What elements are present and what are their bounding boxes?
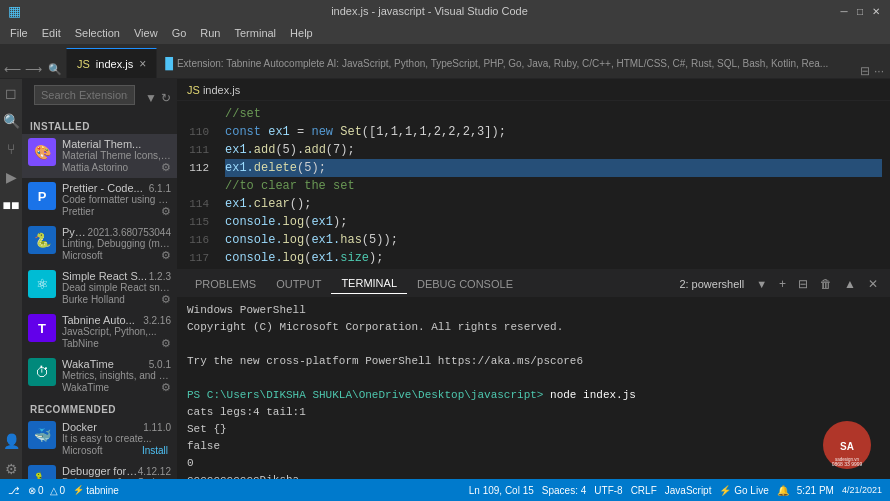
- line-numbers: 110 111 112 114 115 116 117 119 120 121: [177, 101, 217, 269]
- code-content[interactable]: //set const ex1 = new Set([1,1,1,1,2,2,2…: [217, 101, 890, 269]
- ext-item-python[interactable]: 🐍 Python 2021.3.680753044 Linting, Debug…: [22, 222, 177, 266]
- menu-terminal[interactable]: Terminal: [229, 25, 283, 41]
- ext-version-python: 2021.3.680753044: [88, 227, 171, 238]
- ext-meta-docker: Microsoft Install: [62, 444, 171, 457]
- ext-name-row-debugger: Debugger for C... 4.12.12: [62, 465, 171, 477]
- ext-version-docker: 1.11.0: [143, 422, 171, 433]
- menu-file[interactable]: File: [4, 25, 34, 41]
- code-line: ex1.add(5).add(7);: [225, 141, 882, 159]
- status-bell[interactable]: 🔔: [777, 485, 789, 496]
- ext-name-row-wakatime: WakaTime 5.0.1: [62, 358, 171, 370]
- minimize-button[interactable]: ─: [838, 5, 850, 17]
- terminal-add-button[interactable]: +: [775, 275, 790, 293]
- tab-terminal[interactable]: TERMINAL: [331, 273, 407, 294]
- terminal-line: Copyright (C) Microsoft Corporation. All…: [187, 319, 880, 336]
- ext-desc-docker: It is easy to create...: [62, 433, 171, 444]
- ext-icon-material-theme: 🎨: [28, 138, 56, 166]
- activity-source-control[interactable]: ⑂: [1, 139, 21, 159]
- ext-author-simple-react: Burke Holland: [62, 294, 125, 305]
- ext-info-tabnine: Tabnine Auto... 3.2.16 JavaScript, Pytho…: [62, 314, 171, 350]
- menu-help[interactable]: Help: [284, 25, 319, 41]
- more-actions-button[interactable]: ···: [874, 64, 884, 78]
- installed-section-title: INSTALLED: [22, 115, 177, 134]
- ext-info-python: Python 2021.3.680753044 Linting, Debuggi…: [62, 226, 171, 262]
- code-editor[interactable]: 110 111 112 114 115 116 117 119 120 121 …: [177, 101, 890, 269]
- activity-run[interactable]: ▶: [1, 167, 21, 187]
- forward-button[interactable]: ⟶: [25, 62, 42, 76]
- ext-item-material-theme[interactable]: 🎨 Material Them... Material Theme Icons,…: [22, 134, 177, 178]
- ext-author-tabnine: TabNine: [62, 338, 99, 349]
- tab-index-js[interactable]: JS index.js ×: [66, 48, 157, 78]
- tab-output[interactable]: OUTPUT: [266, 274, 331, 294]
- search-button[interactable]: 🔍: [48, 63, 62, 76]
- refresh-icon[interactable]: ↻: [161, 91, 171, 105]
- ext-name-row-simple-react: Simple React S... 1.2.3: [62, 270, 171, 282]
- ext-install-docker[interactable]: Install: [139, 444, 171, 457]
- search-extensions-input[interactable]: [34, 85, 135, 105]
- terminal-container: PROBLEMS OUTPUT TERMINAL DEBUG CONSOLE 2…: [177, 269, 890, 479]
- terminal-line: Windows PowerShell: [187, 302, 880, 319]
- activity-settings[interactable]: ⚙: [1, 459, 21, 479]
- terminal-dropdown[interactable]: ▼: [752, 276, 771, 292]
- ext-gear-python[interactable]: ⚙: [161, 249, 171, 262]
- tab-ext-icon: █: [165, 57, 173, 69]
- menu-edit[interactable]: Edit: [36, 25, 67, 41]
- ext-meta-simple-react: Burke Holland ⚙: [62, 293, 171, 306]
- terminal-close-button[interactable]: ✕: [864, 275, 882, 293]
- status-golive[interactable]: ⚡ Go Live: [719, 485, 768, 496]
- terminal-line: PS C:\Users\DIKSHA SHUKLA\OneDrive\Deskt…: [187, 387, 880, 404]
- terminal-header: PROBLEMS OUTPUT TERMINAL DEBUG CONSOLE 2…: [177, 270, 890, 298]
- ext-gear-tabnine[interactable]: ⚙: [161, 337, 171, 350]
- maximize-button[interactable]: □: [854, 5, 866, 17]
- ext-item-prettier[interactable]: P Prettier - Code... 6.1.1 Code formatte…: [22, 178, 177, 222]
- ext-gear-prettier[interactable]: ⚙: [161, 205, 171, 218]
- status-encoding[interactable]: UTF-8: [594, 485, 622, 496]
- back-button[interactable]: ⟵: [4, 62, 21, 76]
- status-position[interactable]: Ln 109, Col 15: [469, 485, 534, 496]
- tab-close-button[interactable]: ×: [139, 57, 146, 71]
- ext-item-wakatime[interactable]: ⏱ WakaTime 5.0.1 Metrics, insights, and …: [22, 354, 177, 398]
- window-controls[interactable]: ─ □ ✕: [838, 5, 882, 17]
- ext-item-docker[interactable]: 🐳 Docker 1.11.0 It is easy to create... …: [22, 417, 177, 461]
- ext-info-debugger: Debugger for C... 4.12.12 Debug your Jav…: [62, 465, 171, 479]
- code-line: ex1.clear();: [225, 195, 882, 213]
- activity-accounts[interactable]: 👤: [1, 431, 21, 451]
- terminal-trash-button[interactable]: 🗑: [816, 275, 836, 293]
- status-tabnine[interactable]: ⚡ tabnine: [73, 485, 119, 496]
- ext-icon-simple-react: ⚛: [28, 270, 56, 298]
- activity-explorer[interactable]: ◻: [1, 83, 21, 103]
- status-language[interactable]: JavaScript: [665, 485, 712, 496]
- close-button[interactable]: ✕: [870, 5, 882, 17]
- terminal-split-button[interactable]: ⊟: [794, 275, 812, 293]
- status-errors[interactable]: ⊗ 0 △ 0: [28, 485, 65, 496]
- terminal-maximize-button[interactable]: ▲: [840, 275, 860, 293]
- menu-run[interactable]: Run: [194, 25, 226, 41]
- ext-gear-material-theme[interactable]: ⚙: [161, 161, 171, 174]
- activity-search[interactable]: 🔍: [1, 111, 21, 131]
- breadcrumb-file: JS index.js: [187, 84, 240, 96]
- activity-extensions[interactable]: ■■: [1, 195, 21, 215]
- ext-name-prettier: Prettier - Code...: [62, 182, 143, 194]
- ext-gear-wakatime[interactable]: ⚙: [161, 381, 171, 394]
- ext-icon-prettier: P: [28, 182, 56, 210]
- terminal-actions: 2: powershell ▼ + ⊟ 🗑 ▲ ✕: [675, 275, 882, 293]
- ext-item-tabnine[interactable]: T Tabnine Auto... 3.2.16 JavaScript, Pyt…: [22, 310, 177, 354]
- split-editor-button[interactable]: ⊟: [860, 64, 870, 78]
- tab-debug-console[interactable]: DEBUG CONSOLE: [407, 274, 523, 294]
- ext-name-row-prettier: Prettier - Code... 6.1.1: [62, 182, 171, 194]
- ext-gear-simple-react[interactable]: ⚙: [161, 293, 171, 306]
- filter-icon[interactable]: ▼: [145, 91, 157, 105]
- menu-selection[interactable]: Selection: [69, 25, 126, 41]
- tab-problems[interactable]: PROBLEMS: [185, 274, 266, 294]
- ext-icon-python: 🐍: [28, 226, 56, 254]
- status-spaces[interactable]: Spaces: 4: [542, 485, 586, 496]
- menu-go[interactable]: Go: [166, 25, 193, 41]
- ext-item-debugger[interactable]: 🐛 Debugger for C... 4.12.12 Debug your J…: [22, 461, 177, 479]
- tab-extension[interactable]: █ Extension: Tabnine Autocomplete AI: Ja…: [157, 48, 854, 78]
- ext-info-docker: Docker 1.11.0 It is easy to create... Mi…: [62, 421, 171, 457]
- ext-item-simple-react[interactable]: ⚛ Simple React S... 1.2.3 Dead simple Re…: [22, 266, 177, 310]
- menu-view[interactable]: View: [128, 25, 164, 41]
- status-line-ending[interactable]: CRLF: [631, 485, 657, 496]
- status-branch[interactable]: ⎇: [8, 485, 20, 496]
- terminal-body[interactable]: Windows PowerShell Copyright (C) Microso…: [177, 298, 890, 479]
